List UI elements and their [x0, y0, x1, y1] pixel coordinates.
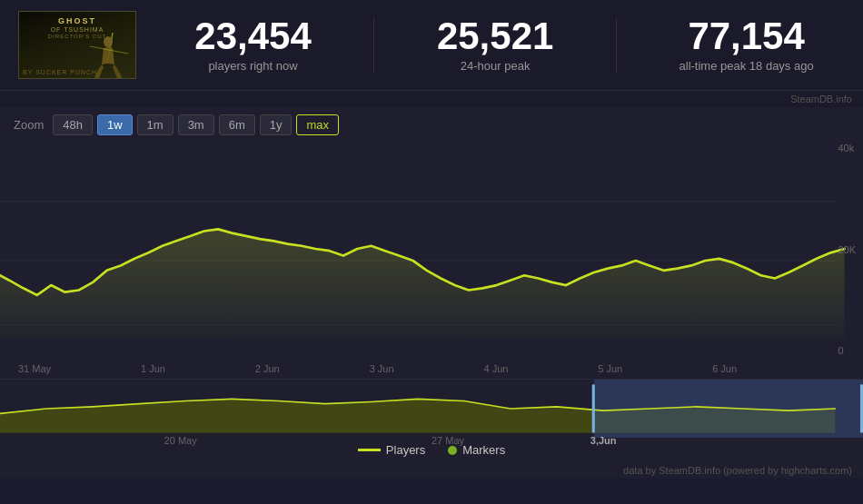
peak-24h-number: 25,521 [437, 17, 553, 55]
legend-players: Players [358, 443, 425, 457]
footer: data by SteamDB.info (powered by highcha… [0, 462, 863, 479]
alltime-peak-label: all-time peak 18 days ago [679, 59, 814, 73]
zoom-bar: Zoom 48h 1w 1m 3m 6m 1y max [0, 107, 863, 143]
markers-dot-icon [448, 446, 457, 455]
markers-label: Markers [462, 443, 505, 457]
stat-divider-1 [373, 18, 374, 73]
zoom-1w[interactable]: 1w [97, 114, 133, 135]
current-players-number: 23,454 [194, 17, 311, 55]
players-line-icon [358, 449, 381, 451]
stats-container: 23,454 players right now 25,521 24-hour … [164, 17, 845, 73]
main-chart: 40k 20K 0 31 May 1 Jun 2 Jun 3 Jun 4 Jun… [0, 143, 863, 379]
zoom-3m[interactable]: 3m [178, 114, 214, 135]
footer-text: data by SteamDB.info (powered by highcha… [623, 465, 852, 476]
y-axis-labels: 40k 20K 0 [838, 143, 856, 356]
players-label: Players [386, 443, 425, 457]
zoom-1m[interactable]: 1m [137, 114, 174, 135]
svg-rect-7 [592, 384, 595, 432]
steamdb-attribution: SteamDB.info [0, 91, 863, 107]
svg-point-1 [104, 36, 113, 47]
game-logo: GHOST OF TSUSHIMA DIRECTOR'S CUT BY SUCK… [18, 11, 136, 79]
zoom-6m[interactable]: 6m [219, 114, 255, 135]
mini-chart: 20 May 27 May 3,Jun [0, 379, 863, 438]
zoom-label: Zoom [14, 118, 44, 132]
alltime-peak-number: 77,154 [679, 17, 814, 55]
current-players-label: players right now [194, 59, 311, 73]
zoom-max[interactable]: max [296, 114, 339, 135]
zoom-48h[interactable]: 48h [53, 114, 93, 135]
stat-current-players: 23,454 players right now [194, 17, 311, 73]
header: GHOST OF TSUSHIMA DIRECTOR'S CUT BY SUCK… [0, 0, 863, 91]
peak-24h-label: 24-hour peak [437, 59, 553, 73]
x-axis-labels: 31 May 1 Jun 2 Jun 3 Jun 4 Jun 5 Jun 6 J… [18, 363, 827, 374]
zoom-1y[interactable]: 1y [260, 114, 293, 135]
stat-divider-2 [616, 18, 617, 73]
stat-alltime-peak: 77,154 all-time peak 18 days ago [679, 17, 814, 73]
stat-24h-peak: 25,521 24-hour peak [437, 17, 553, 73]
